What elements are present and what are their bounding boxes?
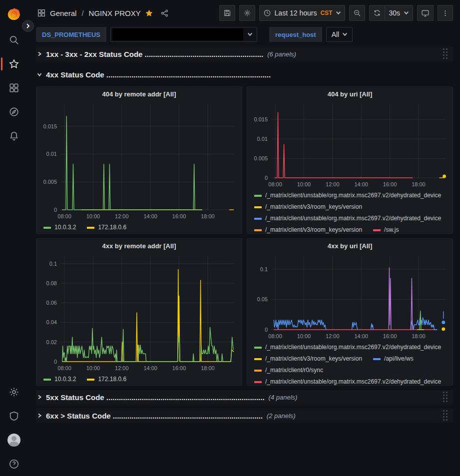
chevron-down-icon	[404, 9, 409, 17]
legend-item[interactable]: 10.0.3.2	[43, 374, 76, 385]
panel-title[interactable]: 404 by remote addr [All]	[40, 87, 238, 101]
refresh-interval-dropdown[interactable]: 30s	[385, 5, 413, 21]
svg-text:10:00: 10:00	[86, 365, 100, 371]
save-dashboard-button[interactable]	[219, 5, 235, 21]
sidebar-item-profile[interactable]	[0, 428, 28, 452]
legend-item[interactable]: /api/live/ws	[373, 353, 414, 365]
legend-item[interactable]: /_matrix/client/r0/sync	[254, 365, 323, 376]
share-icon[interactable]	[160, 9, 169, 17]
refresh-interval-value: 30s	[389, 9, 400, 17]
svg-text:0.01: 0.01	[46, 151, 57, 157]
refresh-button-group: 30s	[369, 5, 413, 21]
zoom-out-button[interactable]	[349, 5, 365, 21]
row-title: 1xx - 3xx - 2xx Status Code ............…	[46, 50, 263, 58]
clock-icon	[263, 9, 271, 17]
legend-item[interactable]: /_matrix/client/unstable/org.matrix.msc2…	[254, 342, 441, 353]
svg-text:10:00: 10:00	[297, 333, 311, 339]
legend-item[interactable]: /_matrix/client/unstable/org.matrix.msc2…	[254, 376, 441, 386]
svg-text:16:00: 16:00	[383, 333, 397, 339]
legend-swatch	[254, 347, 262, 349]
monitor-icon	[421, 9, 430, 17]
row-panel-count: (4 panels)	[269, 394, 298, 401]
timeseries-chart: 00.0050.010.01508:0010:0012:0014:0016:00…	[40, 101, 238, 222]
row-drag-handle[interactable]	[443, 48, 448, 59]
panel-4xx-by-uri: 4xx by uri [All] 00.050.108:0010:0012:00…	[247, 238, 453, 386]
row-drag-handle[interactable]	[443, 410, 448, 421]
favorite-star-icon[interactable]	[145, 9, 153, 17]
search-icon	[8, 34, 19, 45]
legend-item[interactable]: /_matrix/client/v3/room_keys/version	[254, 353, 362, 365]
legend-label: 10.0.3.2	[54, 222, 76, 233]
svg-text:12:00: 12:00	[326, 333, 340, 339]
legend-swatch	[254, 195, 262, 197]
panel-legend: /_matrix/client/unstable/org.matrix.msc2…	[251, 190, 449, 234]
legend-label: 10.0.3.2	[54, 374, 76, 385]
breadcrumb-dashboard-title[interactable]: NGINX PROXY	[89, 9, 141, 17]
row-title: 4xx Status Code ........................…	[46, 70, 271, 79]
legend-swatch	[254, 229, 262, 231]
refresh-button[interactable]	[369, 5, 385, 21]
legend-swatch	[254, 370, 262, 372]
legend-label: /_matrix/client/v3/room_keys/version	[265, 353, 362, 365]
svg-text:0: 0	[265, 175, 268, 181]
cycle-view-mode-button[interactable]	[417, 5, 434, 21]
sidebar-item-dashboards[interactable]	[0, 76, 28, 100]
svg-text:12:00: 12:00	[115, 365, 129, 371]
legend-item[interactable]: /_matrix/client/v3/room_keys/version	[254, 201, 362, 213]
row-5xx[interactable]: 5xx Status Code ........................…	[36, 390, 453, 404]
legend-label: /_matrix/client/unstable/org.matrix.msc2…	[265, 190, 441, 201]
legend-item[interactable]: /_matrix/client/unstable/org.matrix.msc2…	[254, 213, 441, 224]
chevron-right-icon	[25, 23, 30, 28]
row-4xx[interactable]: 4xx Status Code ........................…	[36, 67, 453, 81]
chart-svg: 00.0050.010.01508:0010:0012:0014:0016:00…	[40, 101, 238, 220]
sidebar-item-starred[interactable]	[0, 52, 28, 76]
legend-label: /sw.js	[384, 224, 399, 234]
sidebar-item-server-admin[interactable]	[0, 404, 28, 428]
sidebar-item-help[interactable]	[0, 452, 28, 476]
dashboard-content: 1xx - 3xx - 2xx Status Code ............…	[28, 47, 460, 423]
breadcrumb: General / NGINX PROXY	[37, 8, 169, 17]
chevron-right-icon	[37, 393, 42, 402]
svg-text:0.04: 0.04	[46, 319, 57, 325]
panel-title[interactable]: 4xx by remote addr [All]	[40, 239, 238, 253]
svg-text:18:00: 18:00	[201, 213, 215, 219]
dashboards-grid-icon	[8, 82, 19, 93]
legend-item[interactable]: 172.18.0.6	[87, 374, 126, 385]
sidebar-item-alerting[interactable]	[0, 124, 28, 148]
svg-text:16:00: 16:00	[383, 181, 397, 187]
sidebar-item-configuration[interactable]	[0, 380, 28, 404]
svg-text:08:00: 08:00	[57, 213, 71, 219]
sidebar-expand-button[interactable]	[22, 20, 34, 32]
svg-text:14:00: 14:00	[143, 365, 157, 371]
datasource-select[interactable]	[110, 27, 257, 42]
panel-title[interactable]: 4xx by uri [All]	[251, 239, 449, 253]
svg-text:12:00: 12:00	[326, 181, 340, 187]
legend-item[interactable]: /_matrix/client/v3/room_keys/version	[254, 224, 362, 234]
svg-text:14:00: 14:00	[354, 181, 368, 187]
dashboard-settings-button[interactable]	[239, 5, 255, 21]
legend-label: 172.18.0.6	[98, 374, 126, 385]
svg-text:18:00: 18:00	[412, 333, 426, 339]
panels-grid: 404 by remote addr [All] 00.0050.010.015…	[36, 86, 453, 386]
active-indicator	[1, 57, 2, 70]
more-options-button[interactable]	[438, 5, 453, 21]
panel-title[interactable]: 404 by uri [All]	[251, 87, 449, 101]
breadcrumb-section[interactable]: General	[50, 9, 76, 17]
time-range-picker[interactable]: Last 12 hours CST	[259, 5, 346, 21]
row-6xx[interactable]: 6xx > Status Code ......................…	[36, 409, 453, 423]
row-drag-handle[interactable]	[443, 392, 448, 403]
chart-svg: 00.050.108:0010:0012:0014:0016:0018:00	[251, 253, 449, 340]
legend-item[interactable]: /sw.js	[373, 224, 399, 234]
row-title: 5xx Status Code ........................…	[46, 393, 265, 402]
row-1xx-3xx-2xx[interactable]: 1xx - 3xx - 2xx Status Code ............…	[36, 47, 453, 61]
sidebar-item-explore[interactable]	[0, 100, 28, 124]
panel-4xx-by-remote-addr: 4xx by remote addr [All] 00.020.040.060.…	[36, 238, 242, 386]
legend-item[interactable]: 10.0.3.2	[43, 222, 76, 233]
legend-item[interactable]: 172.18.0.6	[87, 222, 126, 233]
variables-bar: DS_PROMETHEUS request_host All	[28, 26, 460, 47]
legend-item[interactable]: /_matrix/client/unstable/org.matrix.msc2…	[254, 190, 441, 201]
legend-swatch	[43, 227, 51, 229]
request-host-select[interactable]: All	[326, 27, 353, 42]
sidebar-item-search[interactable]	[0, 28, 28, 52]
star-icon	[8, 58, 19, 69]
